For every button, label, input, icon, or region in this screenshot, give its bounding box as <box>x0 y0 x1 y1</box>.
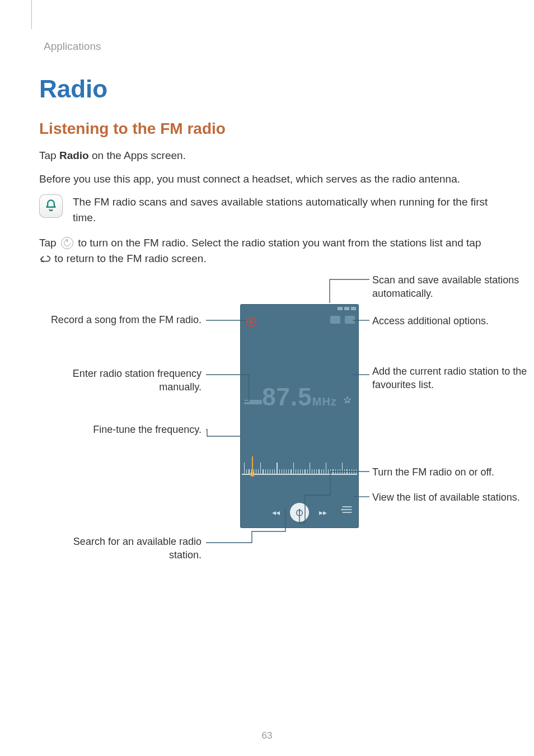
page-title: Radio <box>39 75 495 103</box>
note-text: The FM radio scans and saves available s… <box>73 194 495 225</box>
text-bold: Radio <box>59 150 89 161</box>
text: Tap <box>39 150 59 161</box>
power-icon <box>61 237 73 249</box>
note-block: The FM radio scans and saves available s… <box>39 194 495 225</box>
section-title: Listening to the FM radio <box>39 120 495 138</box>
diagram: ☆ 87.5MHz ◂◂ ▸▸ Record a song from the <box>39 274 495 587</box>
breadcrumb: Applications <box>44 22 495 53</box>
text: to return to the FM radio screen. <box>51 253 207 264</box>
bell-icon <box>39 194 63 218</box>
back-arrow-icon <box>39 254 51 264</box>
paragraph-2: Before you use this app, you must connec… <box>39 171 495 187</box>
page-number: 63 <box>0 730 534 741</box>
text: on the Apps screen. <box>89 150 186 161</box>
lead-lines-right <box>39 274 534 587</box>
paragraph-1: Tap Radio on the Apps screen. <box>39 148 495 164</box>
left-margin-rule <box>31 0 32 29</box>
text: to turn on the FM radio. Select the radi… <box>75 237 481 249</box>
text: Tap <box>39 237 59 249</box>
paragraph-3: Tap to turn on the FM radio. Select the … <box>39 235 495 266</box>
